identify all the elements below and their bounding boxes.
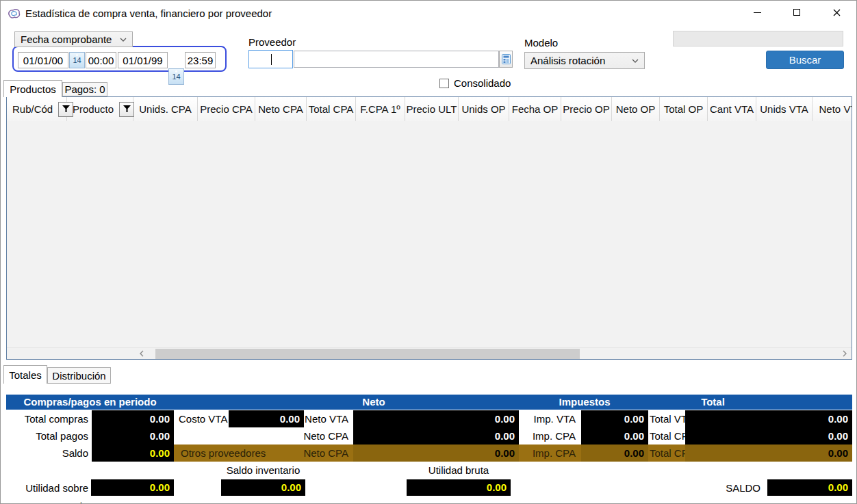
column-header-producto[interactable]: Producto xyxy=(67,97,133,121)
tab-distribucion-label: Distribución xyxy=(52,370,105,382)
column-label: Neto VTA xyxy=(819,103,852,115)
buscar-button[interactable]: Buscar xyxy=(766,51,844,69)
minimize-icon xyxy=(754,12,761,13)
calendar-from-button[interactable]: 14 xyxy=(69,52,85,68)
utilidad-sobre-venta-label: Utilidad sobre venta xyxy=(6,479,88,496)
date-from-input[interactable]: 01/01/00 xyxy=(18,52,68,68)
saldo-final-label: SALDO xyxy=(699,479,760,496)
neto-cpa-value: 0.00 xyxy=(353,427,519,445)
column-header-precio-ult[interactable]: Precio ULT xyxy=(405,97,459,121)
consolidado-option: Consolidado xyxy=(439,77,511,89)
modelo-dropdown[interactable]: Análisis rotación xyxy=(524,52,645,69)
column-label: Cant VTA xyxy=(710,103,754,115)
otros-neto-cpa-value: 0.00 xyxy=(353,445,519,462)
time-from-input[interactable]: 00:00 xyxy=(86,52,116,68)
saldo-inventario-value: 0.00 xyxy=(221,479,305,496)
column-label: Unids VTA xyxy=(760,103,808,115)
column-label: Neto OP xyxy=(616,103,656,115)
proveedor-browse-button[interactable] xyxy=(499,51,513,68)
scrollbar-thumb[interactable] xyxy=(155,349,580,359)
otros-imp-cpa-value: 0.00 xyxy=(581,445,648,462)
column-header-fecha-op[interactable]: Fecha OP xyxy=(509,97,561,121)
tab-productos-label: Productos xyxy=(10,83,56,95)
tab-pagos[interactable]: Pagos: 0 xyxy=(62,82,107,96)
column-header-rub-cod[interactable]: Rub/Cód xyxy=(7,97,67,121)
utilidad-sobre-venta-value: 0.00 xyxy=(91,479,174,496)
tab-totales[interactable]: Totales xyxy=(3,365,47,384)
saldo-inventario-box: 0.00 xyxy=(221,479,305,496)
date-to-input[interactable]: 01/01/99 xyxy=(118,52,168,68)
calendar-to-button[interactable]: 14 xyxy=(168,68,184,85)
column-header-unids-vta[interactable]: Unids VTA xyxy=(756,97,813,121)
imp-vta-value: 0.00 xyxy=(581,410,648,427)
proveedor-code-input[interactable] xyxy=(248,50,293,68)
section-title-total: Total xyxy=(650,395,776,410)
consolidado-checkbox[interactable] xyxy=(439,79,449,88)
column-header-unids-op[interactable]: Unids OP xyxy=(459,97,509,121)
saldo-final-box: 0.00 xyxy=(767,479,852,496)
modelo-label: Modelo xyxy=(524,37,558,49)
section-title-neto: Neto xyxy=(229,395,519,410)
neto-value-box: 0.00 0.00 xyxy=(353,410,519,445)
close-icon xyxy=(833,9,841,16)
minimize-button[interactable] xyxy=(741,1,773,24)
time-to-input[interactable]: 23:59 xyxy=(185,52,216,68)
column-label: Total CPA xyxy=(309,103,354,115)
scroll-left-icon xyxy=(140,350,144,357)
filter-funnel-button[interactable] xyxy=(119,102,134,117)
otros-proveedores-label: Otros proveedores xyxy=(181,445,266,462)
text-caret xyxy=(271,54,272,65)
calendar-dot-icon xyxy=(175,70,177,72)
otros-proveedores-row: Otros proveedores Neto CPA 0.00 Imp. CPA… xyxy=(174,445,852,462)
tab-totales-label: Totales xyxy=(9,369,42,381)
total-compras-value: 0.00 xyxy=(92,410,174,427)
otros-total-cpa-value: 0.00 xyxy=(685,445,852,462)
column-label: Precio OP xyxy=(563,103,609,115)
horizontal-scrollbar[interactable] xyxy=(7,347,852,359)
proveedor-name-input[interactable] xyxy=(294,51,499,68)
modelo-value: Análisis rotación xyxy=(530,55,632,66)
column-header-precio-cpa[interactable]: Precio CPA xyxy=(198,97,255,121)
column-header-total-cpa[interactable]: Total CPA xyxy=(307,97,356,121)
otros-imp-cpa-label: Imp. CPA xyxy=(521,445,576,462)
neto-vta-value: 0.00 xyxy=(353,410,519,427)
column-label: Rub/Cód xyxy=(12,103,53,115)
column-header-unids-cpa[interactable]: Unids. CPA xyxy=(133,97,198,121)
maximize-icon xyxy=(793,9,800,16)
column-label: F.CPA 1º xyxy=(360,103,400,115)
column-header-cant-vta[interactable]: Cant VTA xyxy=(708,97,756,121)
column-header-neto-cpa[interactable]: Neto CPA xyxy=(255,97,307,121)
funnel-icon xyxy=(123,105,131,113)
column-header-fcpa-1[interactable]: F.CPA 1º xyxy=(356,97,405,121)
compras-pagos-value-box: 0.00 0.00 0.00 xyxy=(92,410,174,462)
column-header-neto-vta[interactable]: Neto VTA xyxy=(813,97,852,121)
impuestos-value-box: 0.00 0.00 xyxy=(581,410,648,445)
total-cpa-value: 0.00 xyxy=(685,427,852,445)
saldo-final-value: 0.00 xyxy=(767,479,852,496)
calendar-dot-icon xyxy=(76,54,78,56)
total-value-box: 0.00 0.00 xyxy=(685,410,852,445)
tab-productos[interactable]: Productos xyxy=(3,80,62,97)
column-header-precio-op[interactable]: Precio OP xyxy=(561,97,612,121)
scroll-right-button[interactable] xyxy=(839,348,850,359)
scroll-left-button[interactable] xyxy=(136,348,147,359)
calendar-day: 14 xyxy=(172,72,180,81)
maximize-button[interactable] xyxy=(781,1,813,24)
tab-distribucion[interactable]: Distribución xyxy=(47,367,111,384)
grid-body-empty[interactable] xyxy=(7,121,852,347)
proveedor-label: Proveedor xyxy=(248,36,296,48)
status-box xyxy=(673,31,843,47)
close-button[interactable] xyxy=(821,1,852,24)
column-label: Precio CPA xyxy=(200,103,252,115)
window-title: Estadística de compra venta, financiero … xyxy=(25,8,272,19)
utilidad-sobre-venta-box: 0.00 xyxy=(91,479,174,496)
column-header-total-op[interactable]: Total OP xyxy=(660,97,708,121)
total-vta-value: 0.00 xyxy=(685,410,852,427)
column-header-neto-op[interactable]: Neto OP xyxy=(612,97,660,121)
neto-cpa-label: Neto CPA xyxy=(288,427,348,445)
date-range-group: 01/01/00 14 00:00 01/01/99 14 23:59 xyxy=(12,46,227,72)
period-field-dropdown[interactable]: Fecha comprobante xyxy=(14,31,133,47)
buscar-button-label: Buscar xyxy=(789,54,821,66)
imp-cpa-value: 0.00 xyxy=(581,427,648,445)
section-title-impuestos: Impuestos xyxy=(521,395,648,410)
